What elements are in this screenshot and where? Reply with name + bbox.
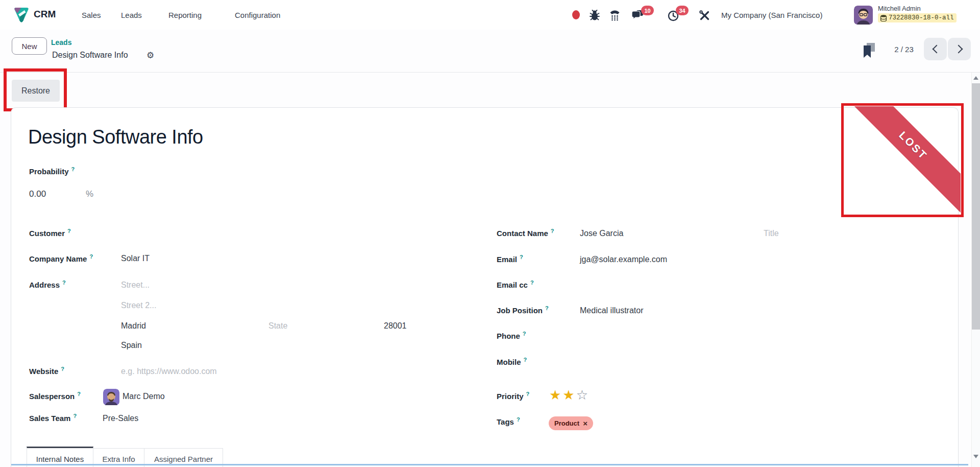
- salesperson-value[interactable]: Marc Demo: [122, 392, 165, 401]
- zip-input[interactable]: 28001: [384, 321, 407, 331]
- salesperson-avatar[interactable]: [103, 389, 119, 407]
- help-icon: ?: [73, 413, 77, 419]
- company-switcher[interactable]: My Company (San Francisco): [721, 11, 822, 19]
- user-avatar[interactable]: [854, 6, 873, 27]
- company-name-label: Company Name?: [29, 254, 93, 263]
- contact-name-label: Contact Name?: [497, 229, 554, 238]
- email-cc-label: Email cc?: [497, 281, 534, 289]
- help-icon: ?: [530, 279, 534, 286]
- restore-annotation-box: [4, 68, 67, 111]
- city-input[interactable]: Madrid: [121, 321, 146, 331]
- tags-label: Tags?: [497, 417, 520, 426]
- probability-label: Probability?: [29, 167, 75, 176]
- lost-annotation-box: [841, 103, 964, 217]
- tag-remove-icon[interactable]: ×: [583, 419, 587, 427]
- priority-stars: ★ ★ ☆: [549, 388, 588, 402]
- tag-label: Product: [554, 419, 579, 427]
- nav-menu-configuration[interactable]: Configuration: [235, 11, 280, 19]
- address-label: Address?: [29, 281, 66, 289]
- phone-label: Phone?: [497, 332, 526, 340]
- company-name-value[interactable]: Solar IT: [121, 254, 150, 263]
- db-version-badge: 73228830-18-0-all: [878, 13, 957, 22]
- help-icon: ?: [523, 331, 526, 337]
- website-input[interactable]: e.g. https://www.odoo.com: [121, 367, 217, 376]
- street-input[interactable]: Street...: [121, 281, 150, 290]
- star-empty-icon[interactable]: ☆: [576, 388, 588, 402]
- help-icon: ?: [545, 305, 549, 311]
- record-actions-gear-icon[interactable]: ⚙: [146, 50, 154, 61]
- help-icon: ?: [517, 416, 520, 423]
- salesperson-label: Salesperson?: [29, 392, 81, 401]
- mobile-label: Mobile?: [497, 358, 527, 366]
- dialer-phone-icon[interactable]: [609, 10, 621, 23]
- top-navbar: CRM Sales Leads Reporting Configuration: [0, 0, 980, 30]
- bookmark-icon[interactable]: [862, 43, 875, 60]
- nav-menu-reporting[interactable]: Reporting: [168, 11, 202, 19]
- help-icon: ?: [61, 366, 64, 372]
- email-input[interactable]: jga@solar.example.com: [580, 255, 667, 264]
- help-icon: ?: [71, 166, 75, 172]
- help-icon: ?: [77, 391, 81, 397]
- bug-icon[interactable]: [589, 10, 600, 23]
- crm-lead-form-screen: CRM Sales Leads Reporting Configuration: [0, 0, 980, 467]
- nav-menu-sales[interactable]: Sales: [82, 11, 101, 19]
- pager-value: 2 / 23: [888, 45, 920, 54]
- help-icon: ?: [520, 254, 523, 260]
- help-icon: ?: [524, 357, 527, 363]
- scroll-up-arrow-icon[interactable]: [973, 76, 978, 80]
- priority-label: Priority?: [497, 392, 529, 401]
- pager-next-button[interactable]: [948, 38, 971, 60]
- pager-previous-button[interactable]: [924, 38, 947, 60]
- breadcrumb-leads-link[interactable]: Leads: [51, 38, 71, 46]
- star-filled-icon[interactable]: ★: [549, 388, 561, 402]
- help-icon: ?: [62, 279, 66, 286]
- notebook-content-edge: [11, 464, 968, 465]
- contact-name-input[interactable]: Jose Garcia: [580, 229, 623, 238]
- app-name: CRM: [34, 9, 56, 20]
- tools-icon[interactable]: [699, 10, 710, 23]
- help-icon: ?: [67, 228, 71, 234]
- probability-unit: %: [86, 189, 93, 199]
- scrollbar-thumb[interactable]: [972, 83, 980, 330]
- breadcrumb-current-record: Design Software Info: [52, 51, 128, 60]
- form-sheet: [11, 107, 959, 467]
- nav-menu-leads[interactable]: Leads: [121, 11, 142, 19]
- website-label: Website?: [29, 367, 64, 376]
- job-position-label: Job Position?: [497, 306, 549, 315]
- probability-value[interactable]: 0.00: [29, 189, 46, 199]
- sales-team-value[interactable]: Pre-Sales: [103, 414, 138, 423]
- chevron-left-icon: [932, 45, 941, 54]
- email-label: Email?: [497, 255, 523, 264]
- star-filled-icon[interactable]: ★: [562, 388, 574, 402]
- contact-title-input[interactable]: Title: [764, 229, 779, 238]
- tag-product[interactable]: Product ×: [549, 416, 593, 430]
- recording-indicator-icon[interactable]: [572, 10, 580, 19]
- street2-input[interactable]: Street 2...: [121, 301, 156, 310]
- activity-count-badge[interactable]: 34: [676, 6, 689, 15]
- state-input[interactable]: State: [268, 321, 287, 331]
- lead-title[interactable]: Design Software Info: [28, 126, 203, 148]
- help-icon: ?: [551, 228, 554, 234]
- scroll-down-arrow-icon[interactable]: [973, 455, 978, 458]
- customer-label: Customer?: [29, 229, 71, 238]
- messages-count-badge[interactable]: 10: [641, 6, 654, 15]
- new-button[interactable]: New: [12, 37, 47, 55]
- job-position-input[interactable]: Medical illustrator: [580, 306, 643, 315]
- vertical-scrollbar[interactable]: [971, 73, 980, 467]
- country-input[interactable]: Spain: [121, 341, 142, 350]
- crm-app-icon[interactable]: [13, 7, 30, 25]
- chevron-right-icon: [954, 45, 963, 54]
- help-icon: ?: [526, 391, 530, 397]
- help-icon: ?: [89, 253, 93, 260]
- db-version-text: 73228830-18-0-all: [889, 14, 954, 21]
- database-icon: [880, 15, 887, 21]
- sales-team-label: Sales Team?: [29, 414, 77, 423]
- control-panel-divider: [0, 72, 980, 73]
- user-name[interactable]: Mitchell Admin: [878, 5, 921, 12]
